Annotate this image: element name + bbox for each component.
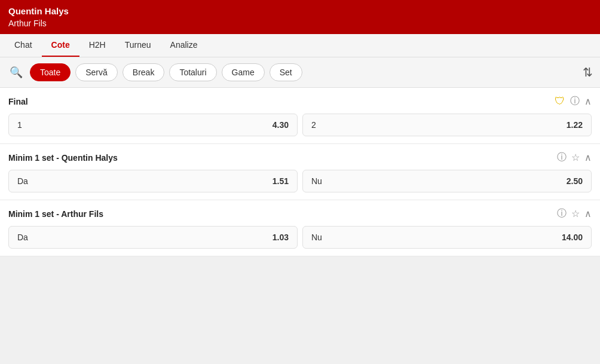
- sort-icon[interactable]: ⇅: [583, 65, 593, 79]
- match-header: Quentin Halys Arthur Fils: [0, 0, 600, 34]
- halys-odd-nu-value: 2.50: [567, 176, 583, 186]
- fils-odd-da-value: 1.03: [273, 233, 289, 242]
- odds-content: Final 🛡 ⓘ ∧ 1 4.30 2 1.22 Minim 1 set - …: [0, 88, 600, 256]
- collapse-icon-halys[interactable]: ∧: [584, 152, 592, 163]
- section-minim-fils-header: Minim 1 set - Arthur Fils ⓘ ☆ ∧: [8, 207, 592, 220]
- section-minim-fils: Minim 1 set - Arthur Fils ⓘ ☆ ∧ Da 1.03 …: [0, 200, 600, 256]
- filter-set[interactable]: Set: [270, 63, 302, 81]
- search-icon[interactable]: 🔍: [7, 63, 25, 81]
- section-minim-halys: Minim 1 set - Quentin Halys ⓘ ☆ ∧ Da 1.5…: [0, 144, 600, 200]
- shield-icon[interactable]: 🛡: [555, 95, 565, 108]
- section-final-title: Final: [8, 97, 28, 106]
- collapse-icon-fils[interactable]: ∧: [584, 208, 592, 219]
- tab-chat[interactable]: Chat: [5, 34, 42, 57]
- halys-odd-da-value: 1.51: [273, 176, 289, 186]
- tab-h2h[interactable]: H2H: [79, 34, 115, 57]
- section-minim-fils-title: Minim 1 set - Arthur Fils: [8, 209, 103, 219]
- tab-cote[interactable]: Cote: [42, 34, 79, 57]
- fils-odd-nu-label: Nu: [311, 233, 322, 242]
- final-odd-2-value: 1.22: [567, 120, 583, 130]
- collapse-icon[interactable]: ∧: [584, 96, 592, 107]
- halys-odds-row: Da 1.51 Nu 2.50: [8, 170, 592, 192]
- halys-odd-da[interactable]: Da 1.51: [8, 170, 298, 192]
- filter-totaluri[interactable]: Totaluri: [169, 63, 216, 81]
- final-odd-1[interactable]: 1 4.30: [8, 114, 298, 136]
- filter-bar: 🔍 Toate Servă Break Totaluri Game Set ⇅: [0, 57, 600, 88]
- section-final: Final 🛡 ⓘ ∧ 1 4.30 2 1.22: [0, 88, 600, 144]
- filter-break[interactable]: Break: [123, 63, 165, 81]
- final-odd-1-value: 4.30: [273, 120, 289, 130]
- fils-odd-nu[interactable]: Nu 14.00: [302, 226, 592, 249]
- final-odd-2-label: 2: [311, 120, 316, 130]
- player2-name: Arthur Fils: [8, 19, 592, 28]
- halys-odd-nu-label: Nu: [311, 176, 322, 186]
- tab-analize[interactable]: Analize: [161, 34, 207, 57]
- section-minim-halys-icons: ⓘ ☆ ∧: [557, 151, 592, 164]
- section-minim-halys-title: Minim 1 set - Quentin Halys: [8, 153, 118, 163]
- player1-name: Quentin Halys: [8, 6, 592, 16]
- tab-bar: Chat Cote H2H Turneu Analize: [0, 34, 600, 57]
- final-odds-row: 1 4.30 2 1.22: [8, 114, 592, 136]
- star-icon-halys[interactable]: ☆: [571, 152, 580, 163]
- fils-odd-nu-value: 14.00: [562, 233, 583, 242]
- info-icon-fils[interactable]: ⓘ: [557, 207, 567, 220]
- halys-odd-nu[interactable]: Nu 2.50: [302, 170, 592, 192]
- fils-odds-row: Da 1.03 Nu 14.00: [8, 226, 592, 249]
- star-icon-fils[interactable]: ☆: [571, 208, 580, 219]
- section-final-header: Final 🛡 ⓘ ∧: [8, 95, 592, 108]
- info-icon[interactable]: ⓘ: [570, 95, 580, 108]
- fils-odd-da[interactable]: Da 1.03: [8, 226, 298, 249]
- filter-game[interactable]: Game: [222, 63, 265, 81]
- section-minim-halys-header: Minim 1 set - Quentin Halys ⓘ ☆ ∧: [8, 151, 592, 164]
- fils-odd-da-label: Da: [17, 233, 28, 242]
- final-odd-1-label: 1: [17, 120, 22, 130]
- final-odd-2[interactable]: 2 1.22: [302, 114, 592, 136]
- halys-odd-da-label: Da: [17, 176, 28, 186]
- info-icon-halys[interactable]: ⓘ: [557, 151, 567, 164]
- section-final-icons: 🛡 ⓘ ∧: [555, 95, 592, 108]
- section-minim-fils-icons: ⓘ ☆ ∧: [557, 207, 592, 220]
- tab-turneu[interactable]: Turneu: [115, 34, 161, 57]
- filter-toate[interactable]: Toate: [30, 63, 71, 81]
- filter-serva[interactable]: Servă: [75, 63, 118, 81]
